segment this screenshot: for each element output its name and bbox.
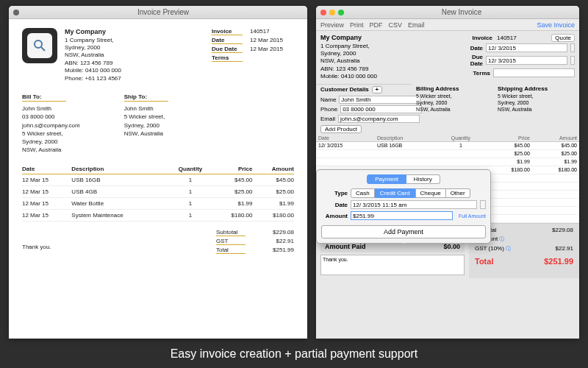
- table-row: 12 Mar 15System Maintenace1$180.00$180.0…: [22, 210, 294, 222]
- company-block: My Company 1 Company Street, Sydney, 200…: [65, 28, 121, 82]
- toolbar-csv[interactable]: CSV: [389, 21, 403, 29]
- svg-line-1: [41, 47, 45, 51]
- save-invoice-button[interactable]: Save Invoice: [537, 21, 575, 29]
- invoice-preview-window: Invoice Preview My Company 1 Company Str…: [9, 6, 307, 339]
- invoice-meta: Invoice140517 Date12 Mar 2015 Due Date12…: [212, 28, 294, 82]
- shipping-address: Shipping Address5 Wicker street,Sydney, …: [498, 85, 575, 124]
- thank-you: Thank you.: [22, 244, 51, 255]
- minimize-icon[interactable]: [329, 10, 335, 15]
- toolbar-preview[interactable]: Preview: [320, 21, 344, 29]
- due-date-input[interactable]: [486, 56, 567, 65]
- table-row[interactable]: $1.99$1.99: [316, 158, 579, 166]
- type-credit-card[interactable]: Credit Card: [375, 188, 415, 198]
- customer-details-header: Customer Details: [320, 86, 369, 93]
- type-other[interactable]: Other: [446, 188, 470, 198]
- customer-email-input[interactable]: [338, 115, 420, 123]
- date-stepper[interactable]: [570, 43, 575, 52]
- add-product-button[interactable]: Add Product: [320, 125, 362, 133]
- preview-titlebar[interactable]: Invoice Preview: [9, 6, 307, 19]
- zoom-icon[interactable]: [338, 10, 344, 15]
- due-stepper[interactable]: [570, 56, 575, 65]
- table-row: 12 Mar 15USB 4GB1$25.00$25.00: [22, 186, 294, 198]
- payment-popover: Payment History Type Cash Credit Card Ch…: [316, 169, 491, 244]
- type-cash[interactable]: Cash: [351, 188, 375, 198]
- close-icon[interactable]: [320, 10, 326, 15]
- quote-button[interactable]: Quote: [551, 34, 575, 42]
- close-icon[interactable]: [13, 10, 19, 15]
- customer-phone-input[interactable]: [340, 105, 422, 113]
- amount-paid-label: Amount Paid: [325, 243, 366, 250]
- preview-title: Invoice Preview: [19, 8, 307, 16]
- add-customer-button[interactable]: +: [372, 86, 382, 93]
- tagline: Easy invoice creation + partial payment …: [0, 347, 588, 361]
- billing-address: Billing Address5 Wicker street,Sydney, 2…: [416, 85, 493, 124]
- payment-date-stepper[interactable]: [480, 200, 486, 209]
- newinv-title: New Invoice: [344, 8, 579, 16]
- preview-line-items: DateDescriptionQuantityPriceAmount 12 Ma…: [22, 164, 294, 222]
- newinv-titlebar[interactable]: New Invoice: [316, 6, 579, 19]
- customer-name-input[interactable]: [339, 96, 420, 104]
- newinv-toolbar: Preview Print PDF CSV Email Save Invoice: [316, 19, 579, 31]
- notes-textarea[interactable]: Thank you.: [320, 255, 465, 275]
- ship-to: Ship To: John Smith 5 Wicker street, Syd…: [124, 93, 168, 154]
- date-input[interactable]: [486, 43, 567, 52]
- invoice-no: 140517: [495, 35, 548, 41]
- preview-totals: Subtotal$229.08 GST$22.91 Total$251.99: [216, 229, 294, 255]
- svg-point-0: [35, 40, 42, 48]
- info-icon[interactable]: ⓘ: [499, 236, 504, 241]
- table-row[interactable]: 12/ 3/2015USB 16GB1$45.00$45.00: [316, 141, 579, 149]
- add-payment-button[interactable]: Add Payment: [321, 225, 486, 238]
- tab-payment[interactable]: Payment: [367, 174, 406, 184]
- payment-date-input[interactable]: [351, 200, 477, 209]
- full-amount-link[interactable]: Full Amount: [459, 213, 486, 219]
- preview-content: My Company 1 Company Street, Sydney, 200…: [9, 19, 307, 339]
- company-logo: [22, 28, 57, 63]
- bill-to: Bill To: John Smith 03 8000 000 john.s@c…: [22, 93, 80, 154]
- toolbar-print[interactable]: Print: [350, 21, 364, 29]
- info-icon[interactable]: ⓘ: [506, 246, 511, 251]
- toolbar-email[interactable]: Email: [408, 21, 425, 29]
- table-row[interactable]: $25.00$25.00: [316, 149, 579, 158]
- table-row: 12 Mar 15USB 16GB1$45.00$45.00: [22, 174, 294, 186]
- amount-paid-value: $0.00: [443, 243, 460, 250]
- newinv-company: My Company 1 Company Street, Sydney, 200…: [320, 34, 460, 81]
- toolbar-pdf[interactable]: PDF: [370, 21, 383, 29]
- payment-amount-input[interactable]: [351, 211, 453, 220]
- type-cheque[interactable]: Cheque: [415, 188, 446, 198]
- tab-history[interactable]: History: [406, 174, 440, 184]
- table-row: 12 Mar 15Water Bottle1$1.99$1.99: [22, 198, 294, 210]
- terms-input[interactable]: [493, 68, 575, 77]
